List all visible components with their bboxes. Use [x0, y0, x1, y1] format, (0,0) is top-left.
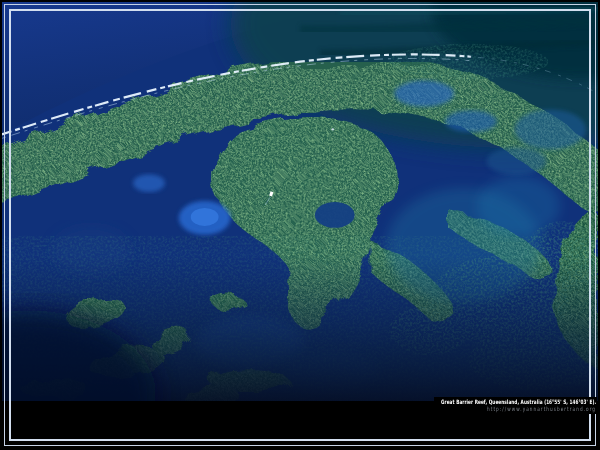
caption-title: Great Barrier Reef, Queensland, Australi…: [441, 398, 596, 405]
photo-caption: Great Barrier Reef, Queensland, Australi…: [434, 397, 597, 414]
boat-speck: [332, 128, 334, 130]
aerial-photo: [2, 2, 598, 401]
reef-photo-illustration: [2, 2, 598, 401]
desktop-wallpaper: Great Barrier Reef, Queensland, Australi…: [0, 0, 600, 450]
caption-url: http://www.yannarthusbertrand.org: [441, 405, 596, 412]
